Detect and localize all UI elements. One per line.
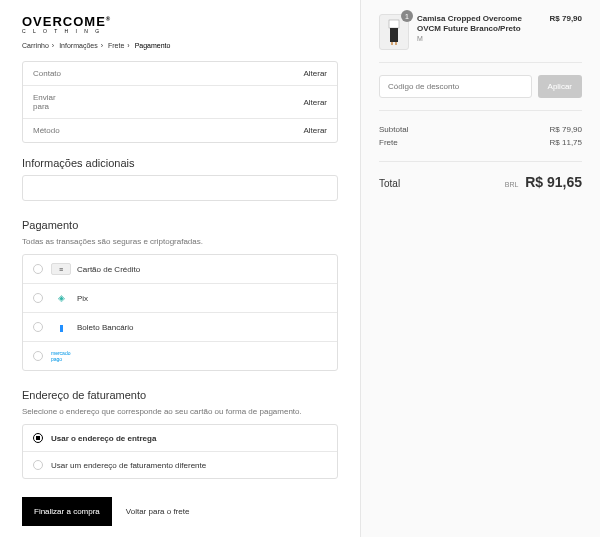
apply-button[interactable]: Aplicar: [538, 75, 582, 98]
radio-icon: [33, 264, 43, 274]
additional-input[interactable]: [22, 175, 338, 201]
method-change[interactable]: Alterar: [303, 126, 327, 135]
credit-card-icon: ≡: [51, 263, 71, 275]
back-link[interactable]: Voltar para o frete: [126, 507, 190, 516]
currency: BRL: [505, 181, 519, 188]
svg-rect-0: [389, 20, 399, 28]
radio-icon: [33, 433, 43, 443]
qty-badge: 1: [401, 10, 413, 22]
pay-boleto[interactable]: ||| Boleto Bancário: [23, 313, 337, 342]
complete-button[interactable]: Finalizar a compra: [22, 497, 112, 526]
radio-icon: [33, 351, 43, 361]
pay-pix[interactable]: ◈ Pix: [23, 284, 337, 313]
method-label: Método: [33, 126, 71, 135]
breadcrumb: Carrinho› Informações› Frete› Pagamento: [22, 42, 338, 49]
contact-label: Contato: [33, 69, 71, 78]
svg-rect-3: [395, 42, 397, 45]
contact-change[interactable]: Alterar: [303, 69, 327, 78]
shipto-change[interactable]: Alterar: [303, 98, 327, 107]
shipping-value: R$ 11,75: [550, 138, 582, 147]
billing-options: Usar o endereço de entrega Usar um ender…: [22, 424, 338, 479]
breadcrumb-payment: Pagamento: [135, 42, 171, 49]
item-price: R$ 79,90: [550, 14, 582, 23]
boleto-icon: |||: [51, 321, 71, 333]
subtotal-label: Subtotal: [379, 125, 408, 134]
breadcrumb-ship[interactable]: Frete: [108, 42, 124, 49]
pay-cc[interactable]: ≡ Cartão de Crédito: [23, 255, 337, 284]
pay-mp[interactable]: mercado pago: [23, 342, 337, 370]
shipto-label: Enviar para: [33, 93, 71, 111]
discount-input[interactable]: [379, 75, 532, 98]
logo[interactable]: OVERCOME® C L O T H I N G: [22, 14, 338, 34]
additional-title: Informações adicionais: [22, 157, 338, 169]
total-amount: R$ 91,65: [525, 174, 582, 190]
breadcrumb-info[interactable]: Informações: [59, 42, 98, 49]
product-thumb: 1: [379, 14, 409, 50]
pix-icon: ◈: [51, 292, 71, 304]
payment-methods: ≡ Cartão de Crédito ◈ Pix ||| Boleto Ban…: [22, 254, 338, 371]
payment-title: Pagamento: [22, 219, 338, 231]
billing-diff[interactable]: Usar um endereço de faturamento diferent…: [23, 452, 337, 478]
shipping-label: Frete: [379, 138, 398, 147]
radio-icon: [33, 293, 43, 303]
cart-item: 1 Camisa Cropped Overcome OVCM Future Br…: [379, 14, 582, 63]
subtotal-value: R$ 79,90: [550, 125, 582, 134]
billing-subtitle: Selecione o endereço que corresponde ao …: [22, 407, 338, 416]
item-name: Camisa Cropped Overcome OVCM Future Bran…: [417, 14, 542, 33]
billing-title: Endereço de faturamento: [22, 389, 338, 401]
mercadopago-icon: mercado pago: [51, 350, 71, 362]
breadcrumb-cart[interactable]: Carrinho: [22, 42, 49, 49]
item-variant: M: [417, 35, 542, 42]
svg-rect-2: [391, 42, 393, 45]
radio-icon: [33, 460, 43, 470]
radio-icon: [33, 322, 43, 332]
review-box: Contato Alterar Enviar para Alterar Méto…: [22, 61, 338, 143]
billing-same[interactable]: Usar o endereço de entrega: [23, 425, 337, 452]
payment-subtitle: Todas as transações são seguras e cripto…: [22, 237, 338, 246]
total-label: Total: [379, 178, 400, 189]
svg-rect-1: [390, 28, 398, 42]
